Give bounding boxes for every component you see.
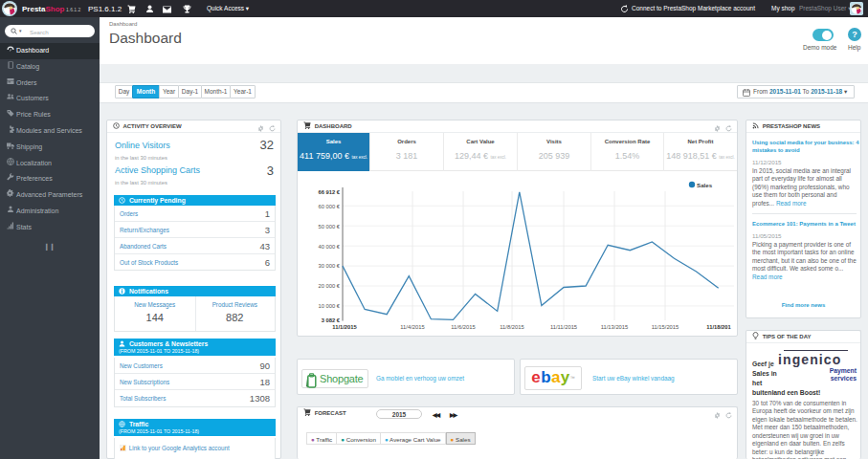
svg-text:11/18/201: 11/18/201 [706, 324, 731, 330]
svg-text:11/15/2015: 11/15/2015 [652, 324, 679, 330]
svg-text:11/4/2015: 11/4/2015 [400, 324, 424, 330]
svg-text:60 000 €: 60 000 € [318, 204, 340, 209]
svg-text:50 000 €: 50 000 € [318, 224, 340, 230]
svg-text:10 000 €: 10 000 € [318, 303, 340, 309]
svg-text:Sales: Sales [697, 182, 713, 188]
svg-text:11/1/2015: 11/1/2015 [332, 324, 357, 330]
svg-text:11/6/2015: 11/6/2015 [451, 324, 475, 330]
svg-text:40 000 €: 40 000 € [318, 244, 340, 250]
svg-text:11/13/2015: 11/13/2015 [601, 324, 629, 330]
svg-text:30 000 €: 30 000 € [318, 263, 340, 269]
svg-text:11/11/2015: 11/11/2015 [550, 324, 577, 330]
svg-text:66 912 €: 66 912 € [318, 189, 340, 195]
svg-text:20 000 €: 20 000 € [318, 283, 340, 289]
svg-text:3 082 €: 3 082 € [322, 317, 341, 323]
svg-text:11/8/2015: 11/8/2015 [500, 324, 523, 330]
